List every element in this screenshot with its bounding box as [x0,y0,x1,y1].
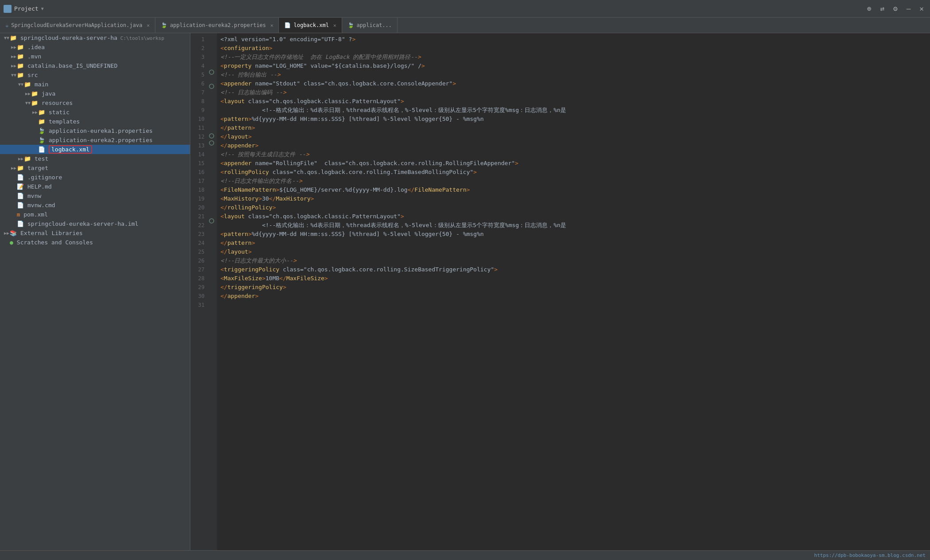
icon-idea: 📁 [17,44,24,50]
close-button[interactable]: ✕ [917,4,926,14]
label-src: src [27,72,38,78]
gutter-15[interactable] [208,132,215,139]
gutter-9 [208,90,215,97]
settings-button[interactable]: ⚙ [891,4,900,14]
icon-java: 📁 [31,90,38,97]
gutter-7 [208,76,215,83]
main-layout: ▼📁springcloud-eureka-server-ha C:\tools\… [0,33,930,550]
tree-item-helpmd[interactable]: 📝HELP.md [0,182,190,191]
icon-mvn: 📁 [17,53,24,60]
title-bar-actions: ⊕ ⇄ ⚙ — ✕ [864,4,926,14]
gutter-28 [208,224,215,232]
code-line-14: <!-- 按照每天生成日志文件 --> [220,150,926,159]
tree-item-eureka2[interactable]: 🍃application-eureka2.properties [0,135,190,145]
split-button[interactable]: ⇄ [877,4,887,14]
tree-item-mvnwcmd[interactable]: 📄mvnw.cmd [0,201,190,210]
new-button[interactable]: ⊕ [864,4,874,14]
gutter-3 [208,47,215,54]
line-number-27: 27 [190,265,205,274]
line-number-7: 7 [190,88,205,97]
line-number-8: 8 [190,97,205,106]
tab-app-icon: 🍃 [347,22,354,28]
label-mvnw: mvnw [27,193,41,199]
gutter-27[interactable] [208,217,215,224]
svg-point-0 [209,70,214,74]
tree-item-logback[interactable]: 📄logback.xml [0,145,190,154]
line-number-3: 3 [190,53,205,62]
tree-item-catalina[interactable]: ▶📁catalina.base_IS_UNDEFINED [0,61,190,70]
tree-item-root[interactable]: ▼📁springcloud-eureka-server-ha C:\tools\… [0,33,190,42]
project-dropdown-arrow[interactable]: ▼ [41,6,44,11]
code-line-23: <pattern>%d{yyyy-MM-dd HH:mm:ss.SSS} [%t… [220,230,926,239]
gutter-8[interactable] [208,83,215,90]
label-logback: logback.xml [49,146,92,153]
code-line-31 [220,301,926,309]
label-target: target [27,165,48,171]
line-number-10: 10 [190,115,205,124]
icon-logback: 📄 [38,146,45,153]
tree-item-target[interactable]: ▶📁target [0,163,190,173]
tree-item-mvn[interactable]: ▶📁.mvn [0,52,190,61]
tree-item-iml[interactable]: 📄springcloud-eureka-server-ha.iml [0,219,190,228]
gutter-26 [208,210,215,217]
tree-item-static[interactable]: ▶📁static [0,108,190,117]
tree-item-ext_libs[interactable]: ▶📚External Libraries [0,228,190,238]
code-line-1: <?xml version="1.0" encoding="UTF-8" ?> [220,35,926,44]
icon-scratches: ● [10,239,13,246]
tree-item-idea[interactable]: ▶📁.idea [0,42,190,52]
icon-src: 📁 [17,72,24,78]
tree-item-test[interactable]: ▶📁test [0,154,190,163]
tree-item-eureka1[interactable]: 🍃application-eureka1.properties [0,126,190,135]
tree-item-mvnw[interactable]: 📄mvnw [0,191,190,201]
gutter-11 [208,104,215,111]
gutter-18 [208,154,215,161]
tree-item-pomxml[interactable]: mpom.xml [0,210,190,219]
tab-props2[interactable]: 🍃 application-eureka2.properties ✕ [155,18,279,33]
tree-item-src[interactable]: ▼📁src [0,70,190,80]
tree-item-main[interactable]: ▼📁main [0,80,190,89]
tab-logback-close[interactable]: ✕ [333,23,336,28]
tree-item-templates[interactable]: 📁templates [0,117,190,126]
minimize-button[interactable]: — [904,4,914,14]
line-number-6: 6 [190,79,205,88]
tab-java-close[interactable]: ✕ [147,23,150,28]
line-number-30: 30 [190,292,205,301]
code-line-20: </rollingPolicy> [220,203,926,212]
tree-item-java[interactable]: ▶📁java [0,89,190,98]
code-line-24: </pattern> [220,239,926,247]
code-line-12: </layout> [220,132,926,141]
tab-logback[interactable]: 📄 logback.xml ✕ [279,18,342,33]
tree-item-gitignore[interactable]: 📄.gitignore [0,173,190,182]
tab-props2-close[interactable]: ✕ [270,23,274,28]
svg-point-4 [209,219,214,223]
tree-item-scratches[interactable]: ●Scratches and Consoles [0,238,190,247]
tab-bar: ☕ SpringcloudEurekaServerHaApplication.j… [0,18,930,33]
tree-item-resources[interactable]: ▼📁resources [0,98,190,108]
gutter-17 [208,147,215,154]
sidebar: ▼📁springcloud-eureka-server-ha C:\tools\… [0,33,190,550]
line-number-9: 9 [190,106,205,115]
icon-iml: 📄 [17,220,24,227]
title-bar: Project ▼ ⊕ ⇄ ⚙ — ✕ [0,0,930,18]
gutter-23 [208,189,215,196]
editor-content[interactable]: 1234567891011121314151617181920212223242… [190,33,930,550]
tab-app[interactable]: 🍃 applicat... [342,18,397,33]
gutter-16[interactable] [208,139,215,147]
gutter-1 [208,33,215,40]
label-mvnwcmd: mvnw.cmd [27,202,55,209]
tab-java[interactable]: ☕ SpringcloudEurekaServerHaApplication.j… [0,18,155,33]
project-title[interactable]: Project ▼ [4,5,44,13]
gutter-21 [208,175,215,182]
gutter-24 [208,196,215,203]
line-number-13: 13 [190,141,205,150]
label-root: springcloud-eureka-server-ha C:\tools\wo… [20,35,164,41]
code-line-25: </layout> [220,247,926,256]
code-line-29: </triggeringPolicy> [220,283,926,292]
gutter-6[interactable] [208,69,215,76]
code-area[interactable]: <?xml version="1.0" encoding="UTF-8" ?><… [217,33,930,550]
code-line-2: <configuration> [220,44,926,53]
gutter-2 [208,40,215,47]
icon-mvnwcmd: 📄 [17,202,24,209]
code-line-27: <triggeringPolicy class="ch.qos.logback.… [220,265,926,274]
icon-eureka1: 🍃 [38,127,45,134]
